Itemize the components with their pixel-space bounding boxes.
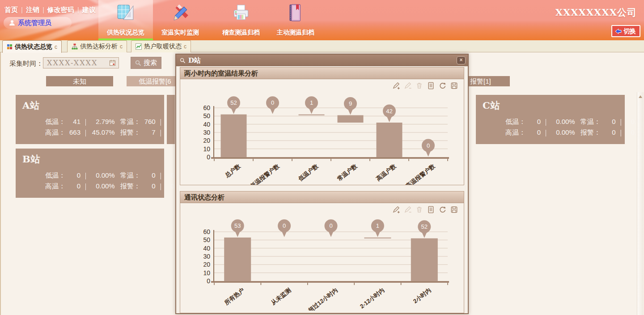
value-balloon: 0 <box>278 219 291 237</box>
y-tick-label: 10 <box>203 269 210 277</box>
refresh-icon[interactable] <box>438 205 447 214</box>
y-tick-label: 0 <box>207 153 210 161</box>
vertical-scrollbar[interactable] <box>637 92 644 315</box>
legend-unknown-button[interactable]: 未知 <box>46 76 113 86</box>
content-left-border <box>0 52 1 315</box>
user-icon <box>9 20 15 26</box>
balloon-value: 9 <box>349 100 352 107</box>
grid-icon <box>7 44 13 50</box>
delete-record-icon <box>415 205 424 214</box>
nav-label: 供热状况总览 <box>107 29 144 37</box>
station-stats-line: 低温：41｜2.79%常温：760｜51.67% <box>45 116 164 127</box>
balloon-value: 0 <box>427 142 430 149</box>
x-category-label: 2-12小时内 <box>359 287 386 310</box>
search-button[interactable]: 搜索 <box>131 57 161 69</box>
add-record-icon[interactable] <box>392 205 400 214</box>
balloon-value: 52 <box>230 99 237 106</box>
x-category-label: 所有热户 <box>223 287 246 306</box>
tab-heating-compliance-analysis[interactable]: 供热达标分析 c <box>67 40 127 52</box>
y-tick-label: 30 <box>203 129 210 136</box>
data-list-icon[interactable] <box>427 205 435 214</box>
dialog-title-bar[interactable]: D站 × <box>176 55 468 66</box>
x-category-label: 常温户数 <box>335 163 358 183</box>
link-separator: | <box>77 6 79 13</box>
station-name: B站 <box>16 149 164 166</box>
nav-label: 稽查测温归档 <box>222 29 260 37</box>
orgchart-icon <box>72 43 78 50</box>
link-home[interactable]: 首页 <box>4 6 18 13</box>
scroll-up-arrow-icon[interactable] <box>639 95 642 98</box>
current-user-badge: 系统管理员 <box>4 17 72 29</box>
tab-heating-status-overview[interactable]: 供热状态总览 c <box>2 40 62 53</box>
value-balloon: 0 <box>422 139 435 157</box>
station-card-b[interactable]: B站 低温：0｜0.00%常温：0｜0.00% 高温：0｜0.00%报警：0｜0… <box>16 149 164 198</box>
top-header: 首页|注销|修改密码|建议 系统管理员 供热状况总览 <box>0 0 644 40</box>
x-category-label: 高温报警户数 <box>405 163 436 185</box>
link-logout[interactable]: 注销 <box>26 6 39 13</box>
station-name: A站 <box>16 95 164 112</box>
x-category-label: 高温户数 <box>375 163 397 183</box>
edit-record-icon <box>403 205 412 214</box>
delete-record-icon <box>415 81 424 90</box>
data-list-icon[interactable] <box>427 81 435 90</box>
waterfall-chart-svg: 010203040506052019420总户数低温报警户数低温户数常温户数高温… <box>184 94 461 185</box>
station-stats: 低温：0｜0.00%常温：0｜0.00% 高温：0｜0.00%报警：0｜0.00… <box>16 166 164 192</box>
printer-icon <box>232 3 250 25</box>
calendar-icon[interactable] <box>109 60 116 66</box>
switch-button[interactable]: 切换 <box>611 25 640 37</box>
nav-active-archive[interactable]: 主动测温归档 <box>268 0 323 40</box>
station-stats-line: 低温：0｜0.00%常温：0｜0.00% <box>45 170 164 181</box>
y-tick-label: 60 <box>203 104 210 111</box>
balloon-value: 1 <box>376 222 379 229</box>
value-balloon: 52 <box>418 220 431 238</box>
link-change-password[interactable]: 修改密码 <box>47 6 74 13</box>
save-icon[interactable] <box>450 205 458 214</box>
balloon-value: 0 <box>271 99 274 106</box>
nav-room-temp-monitor[interactable]: 室温实时监测 <box>153 0 208 40</box>
legend-alarm-button[interactable]: 报警[1] <box>465 76 510 86</box>
legend-low-temp-alarm-button[interactable]: 低温报警[6 <box>127 76 176 86</box>
value-balloon: 42 <box>383 105 396 123</box>
refresh-glyph[interactable]: c <box>120 43 123 50</box>
link-suggestion[interactable]: 建议 <box>82 6 96 13</box>
bar <box>224 238 251 281</box>
balloon-value: 0 <box>329 222 332 229</box>
y-tick-label: 30 <box>203 253 210 260</box>
magnifier-icon <box>135 60 141 66</box>
bar <box>338 115 364 123</box>
station-stats-line: 高温：663｜45.07%报警：7｜0.48% <box>45 127 164 138</box>
bar <box>377 123 402 157</box>
refresh-glyph[interactable]: c <box>184 43 186 50</box>
collect-time-input[interactable] <box>43 57 119 68</box>
nav-label: 室温实时监测 <box>161 29 199 37</box>
pencil-brush-icon <box>171 3 190 25</box>
switch-label: 切换 <box>623 27 636 35</box>
tab-household-heating-status[interactable]: 热户取暖状态 c <box>131 40 191 52</box>
app-window: 首页|注销|修改密码|建议 系统管理员 供热状况总览 <box>0 0 644 315</box>
nav-label: 主动测温归档 <box>277 29 314 37</box>
refresh-icon[interactable] <box>438 81 447 90</box>
station-stats-line: 高温：0｜0.00%报警：0｜0.00% <box>505 127 625 138</box>
station-stats: 低温：0｜0.00%常温：0｜0.00% 高温：0｜0.00%报警：0｜0.00… <box>476 112 625 138</box>
refresh-glyph[interactable]: c <box>55 44 57 50</box>
save-icon[interactable] <box>450 81 458 90</box>
add-record-icon[interactable] <box>392 81 400 90</box>
nav-heating-overview[interactable]: 供热状况总览 <box>98 0 153 40</box>
room-temp-chart: 010203040506052019420总户数低温报警户数低温户数常温户数高温… <box>184 94 461 185</box>
y-tick-label: 20 <box>203 261 210 268</box>
value-balloon: 1 <box>305 96 318 114</box>
comm-status-chart: 01020304050605300152所有热户从未监测超过12小时内2-12小… <box>184 218 461 311</box>
value-balloon: 52 <box>227 96 240 114</box>
value-balloon: 1 <box>371 219 384 237</box>
station-card-a[interactable]: A站 低温：41｜2.79%常温：760｜51.67% 高温：663｜45.07… <box>16 95 164 144</box>
y-tick-label: 20 <box>203 137 210 144</box>
user-name: 系统管理员 <box>18 19 51 27</box>
station-card-c[interactable]: C站 低温：0｜0.00%常温：0｜0.00% 高温：0｜0.00%报警：0｜0… <box>476 95 625 144</box>
value-balloon: 9 <box>344 97 357 115</box>
close-icon[interactable]: × <box>457 56 466 64</box>
nav-inspection-archive[interactable]: 稽查测温归档 <box>214 0 268 40</box>
value-balloon: 0 <box>325 219 338 237</box>
station-card-partial <box>167 95 175 144</box>
station-d-dialog: D站 × 两小时内的室温结果分析 010203040506052019420总户… <box>175 54 469 314</box>
edit-record-icon <box>403 81 412 90</box>
